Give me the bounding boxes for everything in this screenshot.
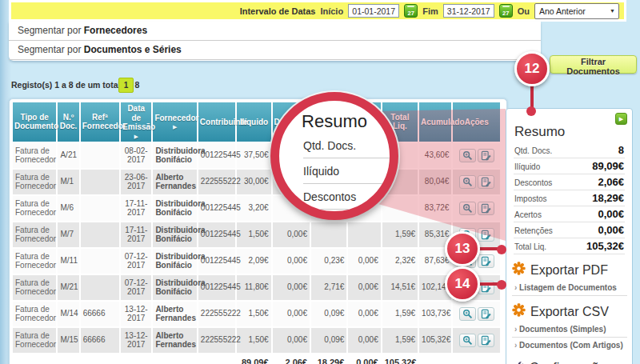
callout-badge-12: 12 xyxy=(514,51,550,86)
summary-label: Impostos xyxy=(514,194,547,203)
cell-fornecedor: Distribuidora Bonifácio xyxy=(153,222,196,247)
cell-acumulado: 105,32€ xyxy=(419,328,451,353)
cell-total: 1,59€ xyxy=(382,328,418,353)
column-header[interactable]: Contribuinte xyxy=(198,102,235,142)
pagination-page-button[interactable]: 1 xyxy=(118,78,134,93)
summary-row: Retenções0,00€ xyxy=(514,222,625,238)
edit-document-button[interactable] xyxy=(478,307,494,321)
edit-document-icon xyxy=(481,256,491,266)
cell-acertos: 0,00€ xyxy=(348,302,380,326)
cell-fornecedor: Distribuidora Bonifácio xyxy=(153,275,196,300)
segment-suppliers-row[interactable]: Segmentar por Fornecedores xyxy=(9,22,541,41)
cell-total xyxy=(382,196,418,221)
cell-ndoc: M/15 xyxy=(58,328,78,353)
cell-ref xyxy=(81,143,119,168)
callout-dot xyxy=(497,280,506,290)
total-blank xyxy=(81,354,119,364)
cell-ref: 66666 xyxy=(81,328,119,353)
cell-tipo: Fatura de Fornecedor xyxy=(13,249,56,274)
view-document-button[interactable] xyxy=(459,334,476,347)
table-row: Fatura de FornecedorM/717-11-2017Distrib… xyxy=(13,222,500,247)
column-header-label: Fornecedor xyxy=(154,114,198,122)
export-pdf-section: Exportar PDF Listagem de Documentos xyxy=(506,254,632,296)
cell-data: 17-11-2017 xyxy=(121,196,151,221)
table-row: Fatura de FornecedorA/2108-02-2017Distri… xyxy=(13,143,500,168)
summary-label: Total Liq. xyxy=(514,242,546,251)
sort-icon[interactable]: ▶ xyxy=(154,124,194,130)
end-label: Fim xyxy=(422,6,438,16)
cell-fornecedor: Distribuidora Bonifácio xyxy=(153,249,196,274)
cell-tipo: Fatura de Fornecedor xyxy=(13,170,56,194)
cell-ref xyxy=(81,275,119,300)
column-header[interactable]: Acumulado xyxy=(419,102,451,142)
calendar-icon[interactable]: 27 xyxy=(404,4,418,18)
totals-row: 89,09€2,06€18,29€0,00€105,32€ xyxy=(13,354,500,364)
cell-impostos: 2,71€ xyxy=(311,275,346,300)
export-link[interactable]: Documentos (Com Artigos) xyxy=(512,338,627,353)
cell-tipo: Fatura de Fornecedor xyxy=(13,143,56,168)
cell-descontos: 0,00€ xyxy=(273,328,310,353)
filter-documents-button[interactable]: Filtrar Documentos xyxy=(550,55,637,74)
view-document-button[interactable] xyxy=(459,175,476,189)
edit-document-icon xyxy=(481,335,491,346)
chevron-down-icon: ▼ xyxy=(610,4,615,18)
cell-acumulado: 43,60€ xyxy=(419,143,451,168)
cell-acertos xyxy=(348,222,380,247)
column-header[interactable]: Fornecedor▶ xyxy=(153,102,196,142)
summary-row: Acertos0,00€ xyxy=(514,206,625,222)
export-csv-section: Exportar CSV Documentos (Simples)Documen… xyxy=(506,296,632,353)
edit-document-button[interactable] xyxy=(478,175,494,189)
calendar-icon[interactable]: 27 xyxy=(499,4,513,18)
segment-documents-row[interactable]: Segmentar por Documentos e Séries xyxy=(9,41,541,60)
cell-acertos: 0,00€ xyxy=(348,275,380,300)
edit-document-button[interactable] xyxy=(478,149,494,162)
column-header[interactable]: Refª Fornecedor xyxy=(81,102,119,142)
total-blank xyxy=(419,354,451,364)
cell-descontos: 0,00€ xyxy=(273,249,310,274)
view-document-button[interactable] xyxy=(459,307,476,321)
summary-row: Impostos18,29€ xyxy=(514,190,625,206)
end-date-input[interactable] xyxy=(443,4,494,18)
export-csv-title: Exportar CSV xyxy=(530,305,609,319)
cell-acertos: 0,00€ xyxy=(348,328,380,353)
toolbar-panel: Intervalo de Datas Início 27 Fim 27 Ou A… xyxy=(9,0,626,22)
cell-ndoc: M/14 xyxy=(58,302,78,326)
view-document-button[interactable] xyxy=(459,202,476,215)
export-link[interactable]: Listagem de Documentos xyxy=(512,280,627,296)
magnifier-title: Resumo xyxy=(284,111,385,132)
start-label: Início xyxy=(320,6,343,16)
year-preset-value: Ano Anterior xyxy=(539,4,586,18)
cell-fornecedor: Alberto Fernandes xyxy=(153,170,196,194)
table-row: Fatura de FornecedorM/146666613-12-2017A… xyxy=(13,302,500,326)
column-header[interactable]: Ilíquido xyxy=(237,102,270,142)
summary-sidebar: ▶ Resumo Qtd. Docs.8Ilíquido89,09€Descon… xyxy=(506,108,633,364)
column-header-label: Data de Emissão xyxy=(122,104,155,131)
summary-label: Retenções xyxy=(514,226,553,235)
segment-prefix: Segmentar por xyxy=(18,25,84,36)
edit-document-button[interactable] xyxy=(478,202,494,215)
edit-document-button[interactable] xyxy=(478,228,494,242)
start-date-input[interactable] xyxy=(348,4,399,18)
segment-prefix: Segmentar por xyxy=(18,44,84,55)
column-header[interactable]: Data de Emissão▶ xyxy=(121,102,151,142)
column-header[interactable]: N.º Doc. xyxy=(58,102,78,142)
sort-icon[interactable]: ▶ xyxy=(122,134,150,140)
cell-tipo: Fatura de Fornecedor xyxy=(13,275,56,300)
cell-total: 1,59€ xyxy=(382,302,418,326)
export-link[interactable]: Documentos (Simples) xyxy=(512,322,627,338)
table-row: Fatura de FornecedorM/1107-12-2017Distri… xyxy=(13,249,500,274)
edit-document-button[interactable] xyxy=(478,254,494,268)
column-header[interactable]: Tipo de Documento xyxy=(13,102,56,142)
summary-value: 89,09€ xyxy=(592,160,624,172)
cell-ndoc: M/21 xyxy=(58,275,78,300)
cell-data: 13-12-2017 xyxy=(121,302,151,326)
play-icon[interactable]: ▶ xyxy=(615,113,627,125)
year-preset-select[interactable]: Ano Anterior ▼ xyxy=(534,3,619,19)
date-filter-bar: Intervalo de Datas Início 27 Fim 27 Ou A… xyxy=(11,2,624,19)
view-document-button[interactable] xyxy=(459,149,476,162)
cell-iliquido: 1,50€ xyxy=(237,222,270,247)
magnifier-item: Ilíquido xyxy=(303,158,390,184)
total-total: 105,32€ xyxy=(382,354,418,364)
total-iliquido: 89,09€ xyxy=(237,354,270,364)
edit-document-button[interactable] xyxy=(478,334,494,347)
